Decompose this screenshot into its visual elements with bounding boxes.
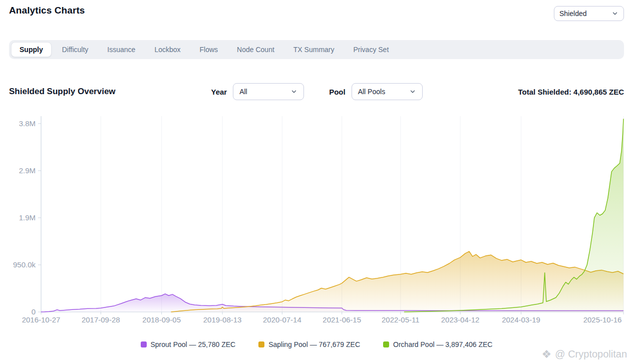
sprout-swatch: [141, 341, 147, 347]
sapling-swatch: [258, 341, 264, 347]
chevron-down-icon: [409, 88, 416, 95]
pool-filter-group: Pool All Pools: [329, 83, 423, 100]
svg-text:2.9M: 2.9M: [19, 166, 36, 175]
svg-text:2018-09-05: 2018-09-05: [142, 315, 181, 324]
tab-supply[interactable]: Supply: [11, 42, 52, 57]
svg-text:2024-03-19: 2024-03-19: [502, 315, 540, 324]
legend-item-orchard: Orchard Pool — 3,897,406 ZEC: [383, 340, 492, 348]
svg-text:2023-04-12: 2023-04-12: [441, 315, 480, 324]
svg-text:1.9M: 1.9M: [19, 213, 36, 222]
legend-label: Sprout Pool — 25,780 ZEC: [151, 340, 236, 348]
chart-legend: Sprout Pool — 25,780 ZEC Sapling Pool — …: [9, 340, 624, 348]
chevron-down-icon: [611, 10, 618, 17]
page-title: Analytics Charts: [9, 5, 85, 16]
watermark: ❖ @ Cryptopolitan: [542, 348, 627, 360]
tab-flows[interactable]: Flows: [191, 42, 227, 57]
svg-text:2025-10-16: 2025-10-16: [583, 315, 622, 324]
svg-text:2017-09-28: 2017-09-28: [82, 315, 120, 324]
pool-select-value: All Pools: [358, 88, 385, 96]
year-label: Year: [211, 88, 227, 96]
tab-difficulty[interactable]: Difficulty: [54, 42, 97, 57]
svg-text:2020-07-14: 2020-07-14: [263, 315, 301, 324]
analytics-page: Analytics Charts Shielded Supply Difficu…: [0, 0, 631, 364]
year-select[interactable]: All: [233, 83, 304, 100]
total-shielded-value: Total Shielded: 4,690,865 ZEC: [518, 88, 624, 96]
pool-label: Pool: [329, 88, 346, 96]
section-title: Shielded Supply Overview: [9, 87, 116, 97]
tab-lockbox[interactable]: Lockbox: [146, 42, 189, 57]
view-select-value: Shielded: [559, 10, 587, 18]
svg-text:2022-05-11: 2022-05-11: [382, 315, 420, 324]
tab-tx-summary[interactable]: TX Summary: [285, 42, 343, 57]
chevron-down-icon: [290, 88, 297, 95]
shielded-supply-chart: 0950.0k1.9M2.9M3.8M2016-10-272017-09-282…: [0, 113, 631, 325]
tab-issuance[interactable]: Issuance: [99, 42, 144, 57]
cryptopolitan-logo-icon: ❖: [542, 349, 552, 360]
svg-text:2016-10-27: 2016-10-27: [22, 315, 61, 324]
year-select-value: All: [239, 88, 247, 96]
watermark-text: @ Cryptopolitan: [555, 348, 627, 360]
legend-label: Orchard Pool — 3,897,406 ZEC: [393, 340, 492, 348]
svg-text:3.8M: 3.8M: [19, 119, 36, 128]
svg-text:2019-08-13: 2019-08-13: [203, 315, 242, 324]
tab-privacy-set[interactable]: Privacy Set: [345, 42, 398, 57]
tab-bar: Supply Difficulty Issuance Lockbox Flows…: [9, 40, 624, 59]
chart-controls-row: Shielded Supply Overview Year All Pool A…: [9, 83, 624, 100]
year-filter-group: Year All: [211, 83, 304, 100]
view-select[interactable]: Shielded: [554, 6, 624, 21]
svg-text:0: 0: [32, 307, 36, 316]
legend-item-sapling: Sapling Pool — 767,679 ZEC: [258, 340, 360, 348]
orchard-swatch: [383, 341, 389, 347]
legend-item-sprout: Sprout Pool — 25,780 ZEC: [141, 340, 236, 348]
page-header: Analytics Charts Shielded: [9, 5, 624, 21]
tab-node-count[interactable]: Node Count: [228, 42, 283, 57]
svg-text:950.0k: 950.0k: [13, 260, 36, 269]
legend-label: Sapling Pool — 767,679 ZEC: [268, 340, 360, 348]
svg-text:2021-06-15: 2021-06-15: [323, 315, 361, 324]
chart-canvas: 0950.0k1.9M2.9M3.8M2016-10-272017-09-282…: [0, 113, 631, 325]
pool-select[interactable]: All Pools: [352, 83, 423, 100]
